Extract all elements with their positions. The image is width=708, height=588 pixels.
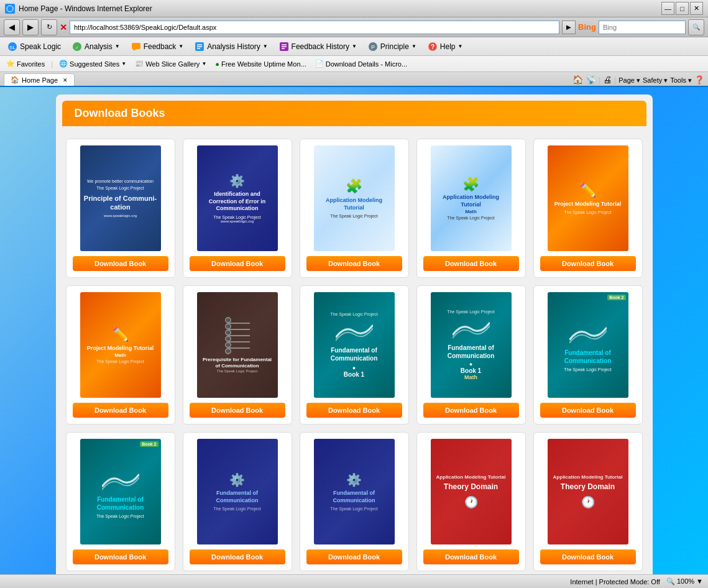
download-btn-6[interactable]: Download Book — [73, 403, 168, 418]
download-btn-13[interactable]: Download Book — [306, 549, 402, 564]
ie-x-button[interactable]: ✕ — [60, 22, 67, 32]
menu-label-feedback: Feedback — [144, 42, 177, 51]
window-controls: — □ ✕ — [661, 2, 703, 15]
book-card-1: We promote better communication The Spea… — [66, 139, 175, 278]
favorites-label: Favorites — [17, 60, 45, 68]
go-button[interactable]: ▶ — [562, 21, 576, 34]
book-cover-9: The Speak Logic Project Fundamental of C… — [431, 292, 512, 398]
menu-item-help[interactable]: ? Help ▼ — [423, 40, 468, 53]
download-btn-10[interactable]: Download Book — [540, 403, 636, 418]
web-slice-arrow: ▼ — [201, 61, 206, 67]
protected-mode-status: Internet | Protected Mode: Off — [570, 578, 660, 586]
web-slice-gallery-link[interactable]: 📰 Web Slice Gallery ▼ — [132, 58, 209, 69]
book-cover-8: The Speak Logic Project Fundamental of C… — [314, 292, 395, 398]
section-header: Download Books — [62, 101, 646, 126]
menu-item-speak-logic[interactable]: SL Speak Logic — [2, 40, 66, 53]
book-card-2: ⚙️ Identification and Correction of Erro… — [183, 139, 292, 278]
book2-badge: Book 2 — [607, 295, 625, 300]
home-tab-label: Home Page — [22, 76, 58, 84]
favorites-button[interactable]: ⭐ Favorites — [4, 58, 47, 69]
book-cover-11: Book 2 Fundamental of Communication The … — [80, 439, 161, 544]
book2-badge-11: Book 2 — [140, 441, 158, 447]
menu-item-feedback-history[interactable]: Feedback History ▼ — [274, 40, 362, 53]
page-container: Download Books We promote better communi… — [56, 94, 653, 574]
refresh-button[interactable]: ↻ — [41, 19, 57, 35]
download-btn-1[interactable]: Download Book — [73, 256, 168, 271]
search-button[interactable]: 🔍 — [688, 19, 704, 35]
svg-text:P: P — [371, 44, 375, 50]
print-button[interactable]: 🖨 — [603, 75, 612, 85]
minimize-button[interactable]: — — [661, 2, 674, 15]
close-button[interactable]: ✕ — [690, 2, 703, 15]
menu-item-analysis[interactable]: ✓ Analysis ▼ — [67, 40, 125, 53]
search-input[interactable] — [599, 21, 686, 34]
download-btn-2[interactable]: Download Book — [190, 256, 285, 271]
book-card-13: ⚙️ Fundamental of Communication The Spea… — [300, 432, 409, 571]
svg-point-0 — [7, 6, 13, 12]
wave-svg-10 — [569, 321, 607, 346]
home-tab[interactable]: 🏠 Home Page ✕ — [4, 73, 75, 86]
suggested-sites-link[interactable]: 🌐 Suggested Sites ▼ — [57, 58, 129, 69]
download-btn-15[interactable]: Download Book — [540, 549, 636, 564]
download-btn-14[interactable]: Download Book — [423, 549, 519, 564]
zoom-arrow[interactable]: ▼ — [696, 577, 703, 585]
wave-svg-11 — [102, 468, 139, 493]
status-bar: Internet | Protected Mode: Off 🔍 100% ▼ — [0, 574, 708, 588]
book-card-11: Book 2 Fundamental of Communication The … — [66, 432, 175, 571]
home-tab-close[interactable]: ✕ — [63, 77, 68, 83]
forward-button[interactable]: ▶ — [22, 19, 39, 35]
feedback-history-icon — [279, 42, 289, 52]
suggested-sites-label: Suggested Sites — [70, 60, 119, 68]
book-cover-14: Application Modeling Tutorial Theory Dom… — [431, 439, 512, 544]
feeds-button[interactable]: 📡 — [586, 75, 596, 85]
book-cover-5: ✏️ Project Modeling Tutorial The Speak L… — [548, 145, 628, 251]
book-card-3: 🧩 Application Modeling Tutorial The Spea… — [300, 139, 409, 278]
safety-button[interactable]: Safety ▾ — [643, 76, 668, 85]
home-button[interactable]: 🏠 — [572, 75, 583, 85]
menu-item-feedback[interactable]: Feedback ▼ — [126, 40, 189, 53]
menu-label-help: Help — [440, 42, 456, 51]
book-card-4: 🧩 Application Modeling Tutorial Math The… — [416, 139, 526, 278]
tools-button[interactable]: Tools ▾ — [670, 76, 692, 85]
download-btn-7[interactable]: Download Book — [190, 403, 285, 418]
svg-text:SL: SL — [9, 45, 16, 50]
title-bar: Home Page - Windows Internet Explorer — … — [0, 0, 708, 17]
download-btn-12[interactable]: Download Book — [190, 549, 285, 564]
page-button[interactable]: Page ▾ — [618, 76, 640, 85]
help-icon: ? — [428, 42, 438, 52]
star-icon: ⭐ — [6, 60, 15, 68]
wave-svg — [336, 319, 373, 344]
uptime-monitor-link[interactable]: ● Free Website Uptime Mon... — [213, 59, 308, 69]
menu-item-analysis-history[interactable]: Analysis History ▼ — [190, 40, 272, 53]
analysis-icon: ✓ — [72, 42, 82, 52]
zoom-value: 100% — [677, 577, 694, 585]
menu-label-analysis: Analysis — [85, 42, 113, 51]
book-card-10: Book 2 Fundamental of Communication The … — [533, 285, 643, 425]
download-btn-5[interactable]: Download Book — [540, 256, 636, 271]
app-icon — [5, 4, 15, 14]
book-cover-3: 🧩 Application Modeling Tutorial The Spea… — [314, 145, 395, 251]
menu-label-feedback-history: Feedback History — [292, 42, 349, 51]
favorites-bar: ⭐ Favorites | 🌐 Suggested Sites ▼ 📰 Web … — [0, 56, 708, 72]
book-cover-2: ⚙️ Identification and Correction of Erro… — [197, 145, 278, 251]
book-cover-12: ⚙️ Fundamental of Communication The Spea… — [197, 439, 278, 544]
menu-item-principle[interactable]: P Principle ▼ — [363, 40, 421, 53]
download-btn-9[interactable]: Download Book — [423, 403, 519, 418]
download-btn-11[interactable]: Download Book — [73, 549, 168, 564]
download-btn-8[interactable]: Download Book — [306, 403, 402, 418]
download-btn-4[interactable]: Download Book — [423, 256, 519, 271]
svg-text:?: ? — [431, 44, 434, 50]
download-btn-3[interactable]: Download Book — [306, 256, 402, 271]
suggested-sites-icon: 🌐 — [59, 60, 68, 68]
back-button[interactable]: ◀ — [4, 19, 20, 35]
window-title: Home Page - Windows Internet Explorer — [19, 4, 152, 13]
book-cover-6: ✏️ Project Modeling Tutorial Math The Sp… — [80, 292, 161, 398]
help-toolbar-button[interactable]: ❓ — [694, 75, 704, 85]
web-slice-icon: 📰 — [135, 60, 144, 68]
help-arrow: ▼ — [458, 44, 463, 49]
download-details-link[interactable]: 📄 Download Details - Micro... — [313, 58, 410, 69]
address-input[interactable] — [70, 21, 559, 34]
principle-icon: P — [368, 42, 378, 52]
maximize-button[interactable]: □ — [676, 2, 689, 15]
analysis-history-icon — [195, 42, 205, 52]
